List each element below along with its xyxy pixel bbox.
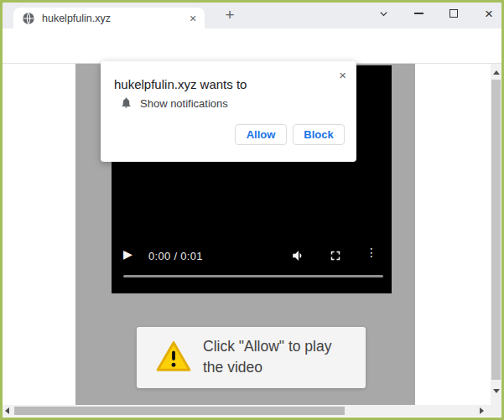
- scroll-down-icon[interactable]: [493, 389, 500, 393]
- vertical-scrollbar[interactable]: [491, 64, 501, 405]
- volume-icon[interactable]: [291, 248, 306, 263]
- minimize-icon: [414, 13, 423, 14]
- browser-toolbar: hukelpfulin.xyz/af.php?id=693bee ⋮: [0, 29, 504, 64]
- dialog-title: hukelpfulin.xyz wants to: [114, 77, 247, 91]
- video-time: 0:00 / 0:01: [148, 250, 203, 262]
- bell-icon: [120, 96, 132, 109]
- dialog-close-icon[interactable]: ×: [339, 68, 346, 82]
- horizontal-scrollbar[interactable]: [0, 405, 501, 417]
- scroll-right-icon[interactable]: [480, 407, 484, 414]
- tab-hukelpfulin[interactable]: hukelpfulin.xyz ×: [13, 8, 205, 29]
- tab-title: hukelpfulin.xyz: [42, 13, 184, 24]
- warning-message: Click "Allow" to play the video: [203, 336, 358, 378]
- permission-label: Show notifications: [140, 97, 228, 110]
- browser-window: hukelpfulin.xyz × + ×: [0, 0, 504, 420]
- video-menu-icon[interactable]: ⋮: [368, 247, 375, 263]
- video-progress-bar[interactable]: [123, 275, 383, 277]
- tab-strip: hukelpfulin.xyz × + ×: [0, 0, 504, 29]
- window-chevron-icon[interactable]: [375, 5, 392, 22]
- warning-box: Click "Allow" to play the video: [137, 327, 366, 388]
- warning-icon: [155, 340, 192, 374]
- play-icon[interactable]: ▶: [123, 247, 132, 261]
- horizontal-scroll-thumb[interactable]: [14, 407, 345, 415]
- new-tab-button[interactable]: +: [220, 5, 240, 25]
- maximize-icon: [449, 9, 458, 18]
- globe-icon: [22, 12, 35, 25]
- block-button[interactable]: Block: [293, 124, 345, 145]
- vertical-scroll-thumb[interactable]: [491, 80, 501, 380]
- window-controls: ×: [375, 3, 497, 23]
- window-close-button[interactable]: ×: [481, 5, 497, 22]
- fullscreen-icon[interactable]: [328, 248, 343, 263]
- tab-close-icon[interactable]: ×: [184, 12, 201, 25]
- maximize-button[interactable]: [445, 5, 462, 22]
- scroll-up-icon[interactable]: [493, 70, 500, 75]
- notification-permission-dialog: × hukelpfulin.xyz wants to Show notifica…: [101, 61, 356, 162]
- scroll-left-icon[interactable]: [5, 407, 9, 414]
- allow-button[interactable]: Allow: [235, 124, 287, 145]
- minimize-button[interactable]: [410, 5, 427, 22]
